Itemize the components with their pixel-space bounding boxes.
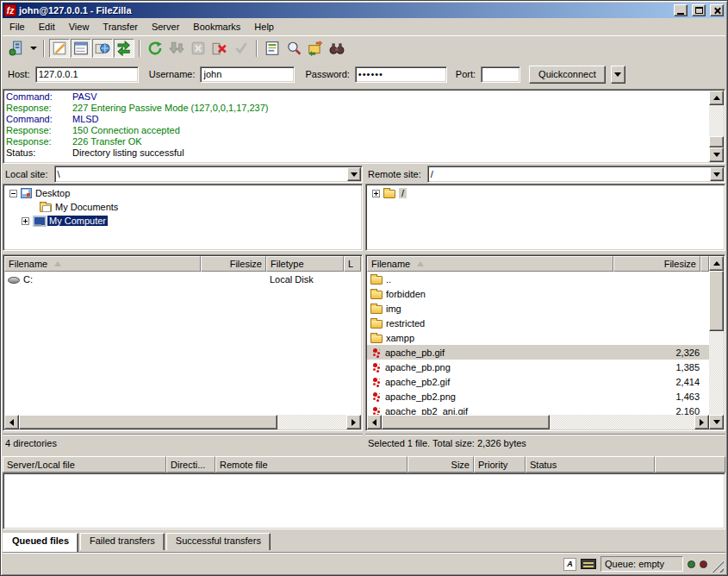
tab-successful-transfers[interactable]: Successful transfers: [166, 533, 271, 550]
column-header-remote-file[interactable]: Remote file: [215, 456, 408, 473]
username-input[interactable]: [200, 66, 295, 83]
scroll-down-button[interactable]: [709, 415, 724, 429]
column-header-size[interactable]: Size: [408, 456, 474, 473]
toggle-local-tree-button[interactable]: [71, 39, 91, 58]
remote-file-row[interactable]: apache_pb.png 1,385: [367, 360, 709, 374]
toggle-message-log-button[interactable]: [49, 39, 70, 58]
menu-help[interactable]: Help: [247, 20, 281, 34]
expand-icon[interactable]: [22, 217, 29, 225]
menu-server[interactable]: Server: [145, 20, 186, 34]
remote-horizontal-scrollbar[interactable]: [367, 415, 709, 429]
remote-file-row[interactable]: restricted: [367, 316, 709, 330]
scroll-left-button[interactable]: [367, 415, 382, 429]
site-manager-dropdown-button[interactable]: [28, 39, 39, 58]
column-header-filetype[interactable]: Filetype: [266, 256, 344, 272]
remote-file-row[interactable]: forbidden: [367, 286, 709, 301]
maximize-button[interactable]: [692, 4, 706, 16]
log-vertical-scrollbar[interactable]: [709, 91, 724, 162]
toolbar-separator: [139, 40, 140, 57]
scroll-right-button[interactable]: [346, 415, 361, 429]
scrollbar-thumb[interactable]: [709, 136, 724, 147]
local-tree[interactable]: Desktop My Documents My Computer: [3, 184, 363, 251]
column-header-priority[interactable]: Priority: [474, 456, 526, 473]
synchronized-browsing-button[interactable]: [305, 39, 326, 58]
scroll-up-button[interactable]: [709, 256, 724, 271]
column-header-filename[interactable]: Filename: [4, 256, 201, 272]
process-queue-button[interactable]: [166, 39, 187, 58]
remote-file-row[interactable]: ..: [367, 272, 709, 286]
remote-file-row[interactable]: apache_pb2.gif 2,414: [367, 374, 709, 389]
menu-bookmarks[interactable]: Bookmarks: [186, 20, 247, 34]
column-header-server-local-file[interactable]: Server/Local file: [3, 456, 166, 473]
expand-icon[interactable]: [372, 190, 380, 197]
remote-vertical-scrollbar[interactable]: [709, 256, 724, 429]
close-button[interactable]: [710, 4, 724, 16]
local-file-row[interactable]: C: Local Disk: [4, 272, 361, 286]
tab-queued-files[interactable]: Queued files: [3, 533, 78, 552]
remote-file-row-selected[interactable]: apache_pb.gif 2,326: [367, 345, 709, 360]
password-input[interactable]: [355, 66, 447, 83]
resize-grip[interactable]: [712, 560, 724, 573]
remote-file-row[interactable]: xampp: [367, 330, 709, 345]
scroll-left-button[interactable]: [4, 415, 19, 429]
remote-file-row[interactable]: apache_pb2_ani.gif 2,160: [367, 404, 709, 415]
menu-edit[interactable]: Edit: [32, 20, 62, 34]
collapse-icon[interactable]: [9, 190, 17, 197]
local-list-body[interactable]: C: Local Disk: [4, 272, 361, 415]
column-header-filesize[interactable]: Filesize: [613, 256, 700, 272]
minimize-button[interactable]: [674, 4, 688, 16]
host-input[interactable]: [35, 66, 139, 83]
tree-item-label: My Documents: [55, 202, 118, 212]
remote-site-dropdown-button[interactable]: [710, 167, 724, 181]
remote-file-row[interactable]: img: [367, 301, 709, 316]
transfer-type-icon[interactable]: A: [563, 558, 576, 571]
message-log[interactable]: Command:PASV Response:227 Entering Passi…: [3, 89, 725, 164]
scroll-down-button[interactable]: [709, 147, 724, 162]
toggle-remote-tree-button[interactable]: [92, 39, 113, 58]
local-site-combobox[interactable]: \: [54, 166, 363, 183]
local-tree-icon: [73, 41, 89, 56]
remote-tree[interactable]: /: [365, 184, 725, 251]
disconnect-button[interactable]: [209, 39, 230, 58]
filter-button[interactable]: [262, 39, 283, 58]
scrollbar-thumb[interactable]: [19, 415, 277, 429]
remote-file-list[interactable]: Filename Filesize .. forbidden: [365, 254, 725, 431]
remote-file-row[interactable]: apache_pb2.png 1,463: [367, 389, 709, 404]
local-file-list[interactable]: Filename Filesize Filetype L C: Local Di…: [3, 254, 363, 431]
directory-comparison-button[interactable]: [283, 39, 304, 58]
find-files-button[interactable]: [327, 39, 347, 58]
title-bar[interactable]: fz john@127.0.0.1 - FileZilla: [3, 3, 725, 18]
speed-limits-icon[interactable]: [581, 559, 596, 569]
column-header-status[interactable]: Status: [526, 456, 655, 473]
menu-transfer[interactable]: Transfer: [96, 20, 145, 34]
tree-item-desktop[interactable]: Desktop: [4, 186, 361, 200]
quickconnect-button[interactable]: Quickconnect: [529, 66, 606, 84]
scroll-up-button[interactable]: [709, 91, 724, 105]
site-manager-button[interactable]: [6, 39, 27, 58]
tab-failed-transfers[interactable]: Failed transfers: [80, 533, 165, 550]
scrollbar-thumb[interactable]: [382, 415, 550, 429]
menu-view[interactable]: View: [62, 20, 96, 34]
cancel-operation-button[interactable]: [188, 39, 208, 58]
toggle-transfer-queue-button[interactable]: [114, 39, 134, 58]
scroll-right-button[interactable]: [694, 415, 709, 429]
reconnect-button[interactable]: [231, 39, 252, 58]
local-site-bar: Local site: \: [3, 165, 363, 184]
refresh-button[interactable]: [145, 39, 165, 58]
queue-body[interactable]: [3, 473, 725, 529]
scrollbar-thumb[interactable]: [709, 271, 724, 331]
column-header-direction[interactable]: Directi...: [166, 456, 215, 473]
column-header-filename[interactable]: Filename: [367, 256, 613, 272]
local-horizontal-scrollbar[interactable]: [4, 415, 361, 429]
tree-item-my-computer[interactable]: My Computer: [4, 214, 361, 228]
quickconnect-dropdown-button[interactable]: [611, 66, 625, 84]
column-header-filesize[interactable]: Filesize: [201, 256, 266, 272]
remote-list-body[interactable]: .. forbidden img restricted: [367, 272, 709, 415]
port-input[interactable]: [481, 66, 520, 83]
tree-item-root[interactable]: /: [367, 186, 724, 200]
local-site-dropdown-button[interactable]: [347, 167, 361, 181]
remote-site-combobox[interactable]: /: [427, 166, 725, 183]
column-header-lastmodified[interactable]: L: [344, 256, 361, 272]
menu-file[interactable]: File: [3, 20, 32, 34]
tree-item-my-documents[interactable]: My Documents: [4, 200, 361, 214]
